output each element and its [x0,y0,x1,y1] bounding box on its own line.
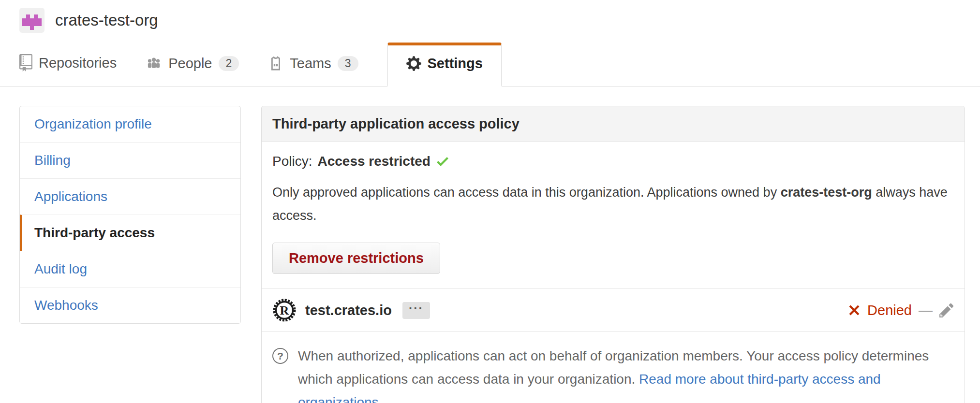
sidebar-item-audit-log[interactable]: Audit log [20,251,240,287]
tab-people[interactable]: People 2 [146,55,239,86]
org-settings-page: crates-test-org Repositories People 2 [0,0,980,403]
description-org-name: crates-test-org [781,185,872,200]
teams-jersey-icon [268,56,283,72]
app-more-button[interactable]: ··· [402,302,430,319]
sidebar-item-organization-profile[interactable]: Organization profile [20,106,240,142]
policy-label: Policy: [272,154,312,169]
tab-label: Teams [290,56,331,72]
policy-description: Only approved applications can access da… [272,181,950,227]
sidebar-item-webhooks[interactable]: Webhooks [20,287,240,323]
tab-label: People [168,56,212,72]
tab-teams[interactable]: Teams 3 [268,56,358,86]
sidebar-item-billing[interactable]: Billing [20,142,240,178]
org-header: crates-test-org [0,0,980,33]
policy-line: Policy: Access restricted [272,154,954,169]
panel-body: Policy: Access restricted Only approved … [262,142,965,288]
org-identicon-icon [19,8,45,33]
app-access-status: Denied — [848,302,954,318]
org-title[interactable]: crates-test-org [55,11,158,29]
app-row-test-crates-io: R test.crates.io ··· Denied — [262,288,965,331]
gear-icon [406,55,421,72]
rust-logo-icon: R [272,298,297,322]
third-party-access-panel: Third-party application access policy Po… [261,106,965,403]
org-tabnav: Repositories People 2 Teams 3 Se [0,43,980,86]
note-text: When authorized, applications can act on… [298,345,954,403]
status-dash: — [919,302,933,318]
tab-label: Settings [428,56,483,72]
edit-pencil-icon[interactable] [939,302,954,318]
people-count-badge: 2 [219,56,239,71]
org-avatar[interactable] [19,8,45,33]
tab-label: Repositories [39,55,117,71]
panel-title: Third-party application access policy [262,106,965,142]
check-icon [436,154,449,169]
sidebar-item-applications[interactable]: Applications [20,178,240,215]
denied-status-label: Denied [867,302,912,318]
teams-count-badge: 3 [338,56,358,71]
description-prefix: Only approved applications can access da… [272,185,781,200]
settings-content: Organization profile Billing Application… [0,86,980,403]
tab-settings[interactable]: Settings [387,43,502,86]
repo-icon [19,54,32,72]
x-icon [848,302,861,318]
people-icon [146,55,162,72]
app-name: test.crates.io [305,302,392,318]
remove-restrictions-button[interactable]: Remove restrictions [272,243,440,274]
panel-note: ? When authorized, applications can act … [262,331,965,403]
settings-sidebar: Organization profile Billing Application… [19,106,241,324]
policy-value: Access restricted [317,154,430,169]
sidebar-item-third-party-access[interactable]: Third-party access [20,215,240,251]
svg-text:R: R [280,303,289,317]
question-icon: ? [272,348,288,364]
tab-repositories[interactable]: Repositories [19,54,117,86]
